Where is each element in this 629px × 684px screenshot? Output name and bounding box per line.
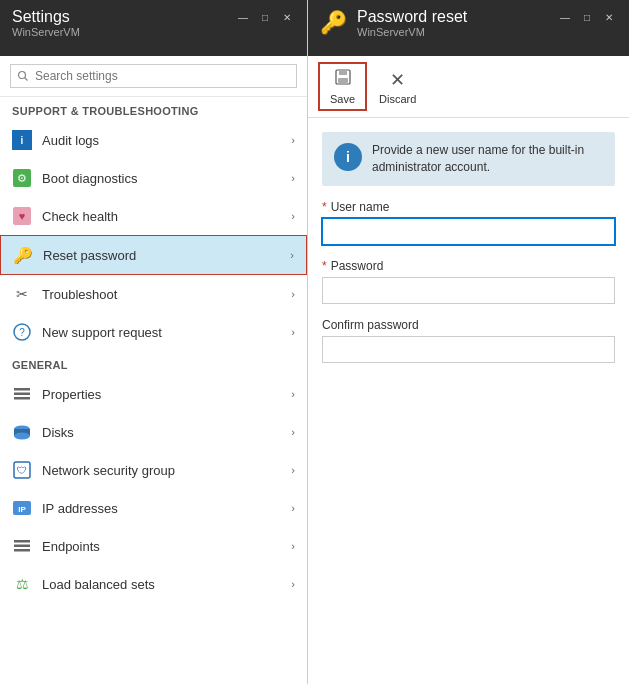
sidebar-item-boot-diagnostics-label: Boot diagnostics [42,171,291,186]
discard-icon: ✕ [390,69,405,91]
sidebar-item-endpoints[interactable]: Endpoints › [0,527,307,565]
chevron-icon: › [291,210,295,222]
sidebar-item-endpoints-label: Endpoints [42,539,291,554]
password-input[interactable] [322,277,615,304]
svg-point-15 [14,433,30,440]
sidebar-item-ip-addresses[interactable]: IP IP addresses › [0,489,307,527]
confirm-password-input[interactable] [322,336,615,363]
sidebar-item-boot-diagnostics[interactable]: ⚙ Boot diagnostics › [0,159,307,197]
svg-text:🛡: 🛡 [17,465,27,476]
left-scroll-area: SUPPORT & TROUBLESHOOTING i Audit logs ›… [0,97,307,684]
username-input[interactable] [322,218,615,245]
right-app-subtitle: WinServerVM [357,26,467,38]
sidebar-item-reset-password-label: Reset password [43,248,290,263]
sidebar-item-reset-password[interactable]: 🔑 Reset password › [0,235,307,275]
left-app-subtitle: WinServerVM [12,26,80,38]
right-titlebar: 🔑 Password reset WinServerVM — □ ✕ [308,0,629,56]
chevron-icon: › [291,134,295,146]
section-header-support: SUPPORT & TROUBLESHOOTING [0,97,307,121]
svg-rect-20 [14,540,30,543]
endpoints-icon [12,536,32,556]
discard-button[interactable]: ✕ Discard [369,65,426,109]
properties-icon [12,384,32,404]
lb-icon: ⚖ [12,574,32,594]
form-section: *User name *Password Confirm password [308,200,629,377]
info-box: i Provide a new user name for the built-… [322,132,615,186]
check-health-icon: ♥ [12,206,32,226]
sidebar-item-disks-label: Disks [42,425,291,440]
sidebar-item-new-support-request-label: New support request [42,325,291,340]
right-close-icon[interactable]: ✕ [601,10,617,26]
support-icon: ? [12,322,32,342]
sidebar-item-load-balanced-sets-label: Load balanced sets [42,577,291,592]
boot-icon: ⚙ [12,168,32,188]
search-input[interactable] [10,64,297,88]
chevron-icon: › [291,540,295,552]
password-label: *Password [322,259,615,273]
required-marker: * [322,259,327,273]
chevron-icon: › [291,288,295,300]
save-button[interactable]: Save [318,62,367,111]
chevron-icon: › [291,388,295,400]
info-icon: i [334,143,362,171]
sidebar-item-new-support-request[interactable]: ? New support request › [0,313,307,351]
maximize-icon[interactable]: □ [257,10,273,26]
sidebar-item-nsg[interactable]: 🛡 Network security group › [0,451,307,489]
svg-rect-22 [14,549,30,552]
username-group: *User name [322,200,615,245]
sidebar-item-troubleshoot-label: Troubleshoot [42,287,291,302]
section-header-general: GENERAL [0,351,307,375]
right-panel: 🔑 Password reset WinServerVM — □ ✕ Save … [308,0,629,684]
svg-rect-25 [339,70,347,75]
chevron-icon: › [291,464,295,476]
disks-icon [12,422,32,442]
toolbar: Save ✕ Discard [308,56,629,118]
svg-rect-21 [14,545,30,548]
save-icon [334,68,352,91]
chevron-icon: › [291,326,295,338]
search-bar [0,56,307,97]
right-app-title: Password reset [357,8,467,26]
right-titlebar-text: Password reset WinServerVM [357,8,467,38]
sidebar-item-audit-logs[interactable]: i Audit logs › [0,121,307,159]
sidebar-item-load-balanced-sets[interactable]: ⚖ Load balanced sets › [0,565,307,603]
right-maximize-icon[interactable]: □ [579,10,595,26]
confirm-password-label: Confirm password [322,318,615,332]
svg-rect-26 [338,78,348,83]
sidebar-item-check-health[interactable]: ♥ Check health › [0,197,307,235]
key-icon: 🔑 [320,10,347,36]
close-icon[interactable]: ✕ [279,10,295,26]
left-app-title: Settings [12,8,80,26]
troubleshoot-icon: ✂ [12,284,32,304]
left-panel: Settings WinServerVM — □ ✕ SUPPORT & TRO… [0,0,308,684]
svg-text:i: i [21,135,24,146]
left-title-group: Settings WinServerVM [12,8,80,38]
chevron-icon: › [291,172,295,184]
chevron-icon: › [290,249,294,261]
left-window-controls: — □ ✕ [235,10,295,26]
sidebar-item-disks[interactable]: Disks › [0,413,307,451]
svg-text:🔑: 🔑 [14,246,32,264]
right-window-controls: — □ ✕ [557,10,617,26]
chevron-icon: › [291,502,295,514]
minimize-icon[interactable]: — [235,10,251,26]
chevron-icon: › [291,426,295,438]
required-marker: * [322,200,327,214]
sidebar-item-check-health-label: Check health [42,209,291,224]
sidebar-item-properties[interactable]: Properties › [0,375,307,413]
right-title-group: 🔑 Password reset WinServerVM [320,8,467,38]
username-label: *User name [322,200,615,214]
reset-password-icon: 🔑 [13,245,33,265]
svg-text:IP: IP [18,505,26,514]
svg-text:?: ? [19,327,25,338]
right-minimize-icon[interactable]: — [557,10,573,26]
info-text: Provide a new user name for the built-in… [372,142,603,176]
sidebar-item-ip-addresses-label: IP addresses [42,501,291,516]
sidebar-item-troubleshoot[interactable]: ✂ Troubleshoot › [0,275,307,313]
ip-icon: IP [12,498,32,518]
svg-text:⚖: ⚖ [16,576,29,592]
left-titlebar: Settings WinServerVM — □ ✕ [0,0,307,56]
save-label: Save [330,93,355,105]
svg-text:♥: ♥ [19,210,26,222]
svg-rect-11 [14,393,30,396]
